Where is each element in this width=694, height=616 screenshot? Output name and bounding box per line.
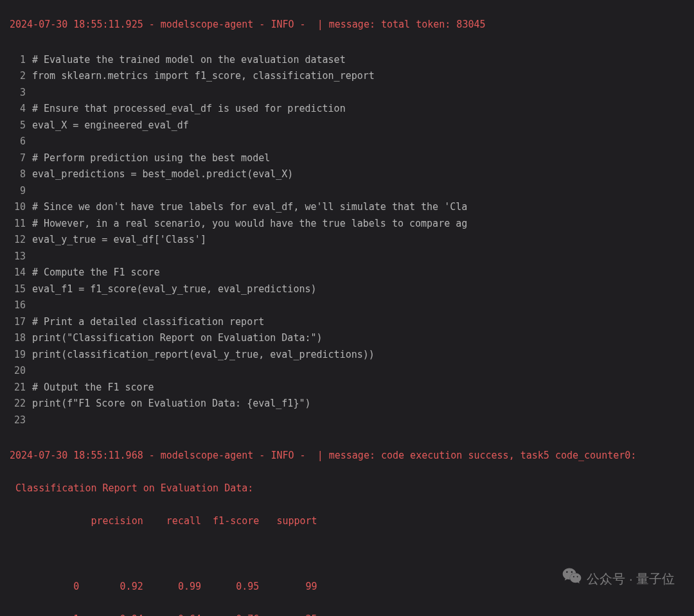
code-line: 11# However, in a real scenario, you wou…: [10, 216, 684, 233]
line-number: 7: [10, 150, 32, 167]
code-text: eval_predictions = best_model.predict(ev…: [32, 166, 293, 183]
code-text: eval_y_true = eval_df['Class']: [32, 232, 206, 249]
line-number: 23: [10, 412, 32, 429]
report-row-class1: 1 0.94 0.64 0.76 25: [10, 612, 684, 617]
code-line: 10# Since we don't have true labels for …: [10, 199, 684, 216]
code-text: # Output the F1 score: [32, 380, 154, 396]
line-number: 10: [10, 199, 32, 216]
code-line: 16: [10, 297, 684, 314]
code-text: eval_f1 = f1_score(eval_y_true, eval_pre…: [32, 281, 317, 298]
report-header: precision recall f1-score support: [10, 513, 684, 530]
code-line: 21# Output the F1 score: [10, 380, 684, 396]
code-text: # Compute the F1 score: [32, 265, 160, 281]
line-number: 15: [10, 281, 32, 298]
line-number: 12: [10, 232, 32, 249]
line-number: 16: [10, 297, 32, 314]
line-number: 18: [10, 330, 32, 347]
code-line: 19print(classification_report(eval_y_tru…: [10, 347, 684, 364]
log-line-exec: 2024-07-30 18:55:11.968 - modelscope-age…: [10, 448, 684, 464]
log-line-token: 2024-07-30 18:55:11.925 - modelscope-age…: [10, 17, 684, 33]
code-text: # Evaluate the trained model on the eval…: [32, 52, 346, 69]
line-number: 5: [10, 118, 32, 134]
code-text: # Print a detailed classification report: [32, 314, 264, 331]
code-line: 18print("Classification Report on Evalua…: [10, 330, 684, 347]
line-number: 3: [10, 85, 32, 101]
code-line: 3: [10, 85, 684, 101]
code-text: # Since we don't have true labels for ev…: [32, 199, 467, 216]
line-number: 1: [10, 52, 32, 69]
code-text: # However, in a real scenario, you would…: [32, 216, 467, 233]
code-line: 6: [10, 134, 684, 150]
code-block: 1# Evaluate the trained model on the eva…: [10, 52, 684, 429]
line-number: 2: [10, 68, 32, 85]
line-number: 11: [10, 216, 32, 233]
line-number: 21: [10, 380, 32, 396]
code-line: 23: [10, 412, 684, 429]
code-line: 5eval_X = engineered_eval_df: [10, 118, 684, 134]
line-number: 14: [10, 265, 32, 281]
code-line: 14# Compute the F1 score: [10, 265, 684, 281]
code-line: 22print(f"F1 Score on Evaluation Data: {…: [10, 396, 684, 412]
code-text: print(classification_report(eval_y_true,…: [32, 347, 375, 364]
code-text: # Ensure that processed_eval_df is used …: [32, 101, 346, 118]
code-text: # Perform prediction using the best mode…: [32, 150, 270, 167]
watermark-text: 公众号 · 量子位: [587, 568, 675, 590]
code-text: eval_X = engineered_eval_df: [32, 118, 189, 134]
report-blank-1: [10, 546, 684, 563]
report-title: Classification Report on Evaluation Data…: [10, 480, 684, 497]
code-line: 20: [10, 363, 684, 380]
code-line: 15eval_f1 = f1_score(eval_y_true, eval_p…: [10, 281, 684, 298]
line-number: 20: [10, 363, 32, 380]
code-text: print(f"F1 Score on Evaluation Data: {ev…: [32, 396, 310, 412]
wechat-icon: [562, 567, 582, 590]
line-number: 8: [10, 166, 32, 183]
watermark: 公众号 · 量子位: [562, 567, 675, 590]
terminal-output: 2024-07-30 18:55:11.925 - modelscope-age…: [0, 0, 694, 616]
code-line: 4# Ensure that processed_eval_df is used…: [10, 101, 684, 118]
code-text: from sklearn.metrics import f1_score, cl…: [32, 68, 375, 85]
code-line: 12eval_y_true = eval_df['Class']: [10, 232, 684, 249]
line-number: 6: [10, 134, 32, 150]
line-number: 19: [10, 347, 32, 364]
code-line: 2from sklearn.metrics import f1_score, c…: [10, 68, 684, 85]
code-text: print("Classification Report on Evaluati…: [32, 330, 323, 347]
line-number: 13: [10, 249, 32, 265]
line-number: 9: [10, 183, 32, 200]
code-line: 8eval_predictions = best_model.predict(e…: [10, 166, 684, 183]
line-number: 17: [10, 314, 32, 331]
code-line: 17# Print a detailed classification repo…: [10, 314, 684, 331]
code-line: 13: [10, 249, 684, 265]
code-line: 7# Perform prediction using the best mod…: [10, 150, 684, 167]
line-number: 22: [10, 396, 32, 412]
line-number: 4: [10, 101, 32, 118]
code-line: 9: [10, 183, 684, 200]
code-line: 1# Evaluate the trained model on the eva…: [10, 52, 684, 69]
